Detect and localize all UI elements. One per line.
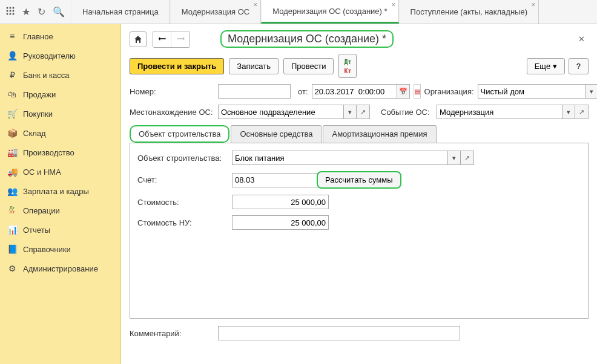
sidebar-item-6[interactable]: 🏭Производство xyxy=(0,143,120,162)
calculate-button[interactable]: Рассчитать суммы xyxy=(317,171,401,189)
sidebar-item-9[interactable]: ДтКтОперации xyxy=(0,201,120,220)
account-input-group: ▾ ↗ xyxy=(232,173,305,187)
event-input[interactable] xyxy=(437,105,562,119)
more-button[interactable]: Еще ▾ xyxy=(527,58,565,74)
sidebar-label: Продажи xyxy=(23,90,56,99)
dropdown-icon[interactable]: ▾ xyxy=(585,84,597,99)
inner-tab-1[interactable]: Основные средства xyxy=(231,125,322,143)
dropdown-icon[interactable]: ▾ xyxy=(343,105,357,119)
row-number-date-org: Номер: от: 📅 ▤ Организация: ▾ ↗ xyxy=(130,84,589,99)
search-icon[interactable]: 🔍 xyxy=(53,6,65,18)
sidebar-item-4[interactable]: 🛒Покупки xyxy=(0,104,120,123)
layout-icon[interactable]: ▤ xyxy=(414,84,421,99)
inner-tab-2[interactable]: Амортизационная премия xyxy=(323,125,436,143)
open-icon[interactable]: ↗ xyxy=(357,105,370,119)
nav-back-forward: 🠔 🠖 xyxy=(153,31,190,48)
location-input[interactable] xyxy=(218,105,343,119)
forward-button[interactable]: 🠖 xyxy=(171,31,190,47)
sidebar-label: Операции xyxy=(23,206,60,215)
tab-1[interactable]: Модернизация ОС✕ xyxy=(170,0,261,24)
tab-label: Модернизация ОС (создание) * xyxy=(272,7,387,16)
row-comment: Комментарий: xyxy=(130,326,589,340)
comment-input[interactable] xyxy=(218,326,460,340)
org-input[interactable] xyxy=(478,84,585,99)
cost-input[interactable] xyxy=(232,195,329,209)
sidebar-item-11[interactable]: 📘Справочники xyxy=(0,239,120,259)
sidebar-item-12[interactable]: ⚙Администрирование xyxy=(0,259,120,278)
tab-label: Модернизация ОС xyxy=(182,7,249,16)
sidebar-icon: ⚙ xyxy=(7,264,17,273)
sidebar-label: Администрирование xyxy=(23,264,98,273)
label-account: Счет: xyxy=(137,175,228,184)
sidebar-icon: ДтКт xyxy=(7,206,17,215)
svg-point-6 xyxy=(7,13,8,15)
label-cost-nu: Стоимость НУ: xyxy=(137,218,228,227)
close-icon[interactable]: ✕ xyxy=(575,32,589,46)
tab-3[interactable]: Поступление (акты, накладные)✕ xyxy=(399,0,539,24)
svg-point-4 xyxy=(10,10,12,11)
sidebar-icon: 👥 xyxy=(7,186,17,196)
history-icon[interactable]: ↻ xyxy=(38,6,45,18)
sidebar-icon: 📦 xyxy=(7,128,17,138)
back-button[interactable]: 🠔 xyxy=(153,31,171,47)
date-input[interactable] xyxy=(312,84,397,99)
post-button[interactable]: Провести xyxy=(283,58,334,74)
star-icon[interactable]: ★ xyxy=(22,6,30,18)
sidebar-item-7[interactable]: 🚚ОС и НМА xyxy=(0,162,120,181)
tab-2[interactable]: Модернизация ОС (создание) *✕ xyxy=(261,0,398,24)
close-icon[interactable]: ✕ xyxy=(253,2,258,8)
sidebar-label: Справочники xyxy=(23,245,71,254)
cost-nu-input[interactable] xyxy=(232,215,329,230)
toolbar: Провести и закрыть Записать Провести ДтК… xyxy=(130,54,589,78)
dropdown-icon[interactable]: ▾ xyxy=(562,105,575,119)
sidebar-label: ОС и НМА xyxy=(23,167,61,177)
label-org: Организация: xyxy=(424,87,474,96)
top-toolbar-icons: ★ ↻ 🔍 xyxy=(0,0,71,24)
post-and-close-button[interactable]: Провести и закрыть xyxy=(130,58,224,74)
sidebar-label: Банк и касса xyxy=(23,71,70,80)
org-input-group: ▾ ↗ xyxy=(478,84,597,99)
sidebar-icon: 📊 xyxy=(7,225,17,235)
apps-icon[interactable] xyxy=(6,7,15,18)
home-button[interactable] xyxy=(130,31,147,47)
sidebar-item-2[interactable]: ₽Банк и касса xyxy=(0,65,120,85)
svg-point-7 xyxy=(10,13,12,15)
label-object: Объект строительства: xyxy=(137,154,228,163)
open-icon[interactable]: ↗ xyxy=(575,105,589,119)
sidebar-item-8[interactable]: 👥Зарплата и кадры xyxy=(0,181,120,201)
more-label: Еще xyxy=(535,62,550,71)
dropdown-icon[interactable]: ▾ xyxy=(447,151,461,165)
object-input-group: ▾ ↗ xyxy=(232,151,474,165)
sidebar-item-0[interactable]: ≡Главное xyxy=(0,27,120,46)
header-row: 🠔 🠖 Модернизация ОС (создание) * ✕ xyxy=(130,30,589,48)
svg-point-2 xyxy=(13,7,15,8)
close-icon[interactable]: ✕ xyxy=(531,2,536,8)
dtkt-button[interactable]: ДтКт xyxy=(338,54,357,78)
sidebar-label: Руководителю xyxy=(23,51,76,60)
main-content: 🠔 🠖 Модернизация ОС (создание) * ✕ Прове… xyxy=(121,24,597,364)
tab-0[interactable]: Начальная страница xyxy=(71,0,170,24)
inner-tab-0[interactable]: Объект строительства xyxy=(130,125,229,143)
close-icon[interactable]: ✕ xyxy=(391,2,396,8)
open-icon[interactable]: ↗ xyxy=(461,151,474,165)
help-button[interactable]: ? xyxy=(569,58,589,74)
sidebar-item-1[interactable]: 👤Руководителю xyxy=(0,46,120,65)
object-input[interactable] xyxy=(232,151,447,165)
sidebar-label: Отчеты xyxy=(23,226,50,235)
tabs-container: Начальная страницаМодернизация ОС✕Модерн… xyxy=(71,0,597,24)
number-input[interactable] xyxy=(218,84,291,99)
svg-point-1 xyxy=(10,7,12,8)
save-button[interactable]: Записать xyxy=(229,58,279,74)
date-input-group: 📅 xyxy=(312,84,410,99)
sidebar-item-5[interactable]: 📦Склад xyxy=(0,123,120,143)
svg-point-3 xyxy=(7,10,8,11)
sidebar-icon: 🛒 xyxy=(7,109,17,119)
calendar-icon[interactable]: 📅 xyxy=(397,84,410,99)
tab-content: Объект строительства: ▾ ↗ Счет: ▾ ↗ Расс… xyxy=(130,143,589,319)
label-location: Местонахождение ОС: xyxy=(130,108,214,117)
sidebar-icon: 🏭 xyxy=(7,148,17,157)
event-input-group: ▾ ↗ xyxy=(437,105,589,119)
sidebar-item-3[interactable]: 🛍Продажи xyxy=(0,85,120,104)
sidebar-item-10[interactable]: 📊Отчеты xyxy=(0,220,120,239)
sidebar-label: Производство xyxy=(23,148,74,157)
